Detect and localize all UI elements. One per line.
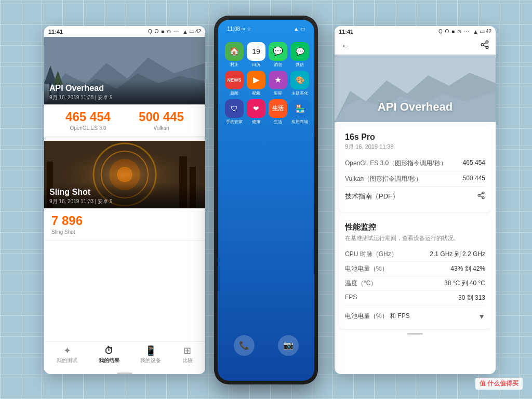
- share-button[interactable]: [480, 40, 489, 51]
- device-name: 16s Pro: [345, 132, 485, 142]
- scene: 11:41 Q O ■ ⊙ ··· ▲ ▭ 42: [0, 0, 532, 399]
- vulkan-value: 500 445: [139, 110, 184, 124]
- app-news-icon: NEWS: [225, 71, 244, 89]
- app-star: ★ 追星: [269, 71, 287, 96]
- center-time: 11:08 ∞ ☆: [227, 26, 251, 32]
- svg-line-30: [480, 193, 483, 195]
- app-store: 🏪 应用商城: [290, 99, 309, 125]
- device-detail-card: 16s Pro 9月 16, 2019 11:38 OpenGL ES 3.0（…: [339, 126, 491, 212]
- cpu-row: CPU 时脉（GHz） 2.1 GHz 到 2.2 GHz: [345, 247, 485, 262]
- pdf-share-svg: [477, 191, 485, 200]
- pdf-label: 技术指南（PDF）: [345, 192, 399, 201]
- battery-val: 43% 到 42%: [450, 264, 485, 273]
- opengl-detail-row: OpenGL ES 3.0（图形指令调用/秒） 465 454: [345, 156, 485, 171]
- fps-val: 30 到 313: [458, 294, 485, 302]
- device-date: 9月 16, 2019 11:38: [345, 143, 485, 151]
- vulkan-score: 500 445 Vulkan: [139, 110, 184, 131]
- app-calendar-label: 日历: [247, 62, 265, 68]
- right-hero-title: API Overhead: [335, 100, 496, 114]
- vulkan-label: Vulkan: [139, 125, 184, 131]
- left-content: API Overhead 9月 16, 2019 11:38 | 安卓 9 46…: [44, 37, 205, 341]
- fps-key: FPS: [345, 294, 357, 302]
- dock-phone: 📞: [234, 335, 255, 356]
- home-indicator: [117, 373, 132, 374]
- app-message-label: 消息: [269, 62, 287, 68]
- monitor-title: 性能监控: [345, 222, 485, 232]
- sling-shot-score: 7 896 Sling Shot: [51, 214, 198, 235]
- svg-line-21: [483, 43, 486, 44]
- sling-shot-overlay: Sling Shot 9月 16, 2019 11:33 | 安卓 9: [44, 183, 205, 208]
- section-divider: [44, 137, 205, 141]
- nav-compare-icon: ⊞: [183, 346, 191, 355]
- cpu-key: CPU 时脉（GHz）: [345, 250, 397, 259]
- svg-point-26: [482, 192, 484, 194]
- api-overhead-hero: API Overhead 9月 16, 2019 11:38 | 安卓 9: [44, 37, 205, 104]
- svg-point-19: [486, 46, 488, 49]
- sling-shot-hero: Sling Shot 9月 16, 2019 11:33 | 安卓 9: [44, 141, 205, 208]
- left-battery-icon: ▭: [189, 28, 194, 35]
- center-status-bar: 11:08 ∞ ☆ ▲ ▭: [222, 24, 310, 34]
- left-battery-num: 42: [195, 29, 201, 34]
- battery-key: 电池电量（%）: [345, 264, 388, 273]
- api-overhead-date: 9月 16, 2019 11:38 | 安卓 9: [49, 94, 200, 101]
- nav-tests-icon: ✦: [63, 346, 71, 355]
- vulkan-detail-label: Vulkan（图形指令调用/秒）: [345, 175, 463, 183]
- pdf-share-icon[interactable]: [477, 191, 485, 202]
- temp-key: 温度（°C）: [345, 279, 377, 288]
- right-phone: 11:41 Q O ■ ⊙ ··· ▲ ▭ 42 ←: [335, 26, 496, 374]
- app-life-icon: 生活: [269, 99, 287, 118]
- app-star-label: 追星: [269, 90, 287, 96]
- center-phone: 11:08 ∞ ☆ ▲ ▭ 🏠 村庄 19 日历 💬: [214, 16, 318, 384]
- app-video-label: 视频: [247, 90, 265, 96]
- nav-my-devices[interactable]: 📱 我的设备: [140, 346, 161, 364]
- opengl-score: 465 454 OpenGL ES 3.0: [65, 110, 111, 131]
- api-overhead-header: API Overhead: [378, 100, 453, 113]
- back-button[interactable]: ←: [341, 41, 350, 51]
- svg-line-29: [480, 196, 483, 197]
- right-notif-icons: Q O ■ ⊙ ···: [438, 29, 470, 34]
- watermark-text: 值 什么值得买: [480, 380, 518, 387]
- left-status-icons: Q O ■ ⊙ ··· ▲ ▭ 42: [148, 28, 201, 35]
- nav-devices-label: 我的设备: [140, 357, 161, 364]
- app-village-label: 村庄: [225, 62, 244, 68]
- app-message-icon: 💬: [269, 42, 287, 61]
- app-village-icon: 🏠: [225, 42, 244, 61]
- right-status-bar: 11:41 Q O ■ ⊙ ··· ▲ ▭ 42: [335, 26, 496, 37]
- bottom-nav: ✦ 我的测试 ⏱ 我的结果 📱 我的设备 ⊞ 比较: [44, 341, 205, 370]
- temp-val: 38 °C 到 40 °C: [444, 279, 485, 288]
- left-time: 11:41: [48, 29, 63, 35]
- vulkan-detail-row: Vulkan（图形指令调用/秒） 500 445: [345, 171, 485, 187]
- app-manager-label: 手机管家: [225, 119, 244, 125]
- dock: 📞 📷: [218, 331, 314, 360]
- opengl-detail-value: 465 454: [463, 159, 485, 166]
- right-scrollable-content[interactable]: 16s Pro 9月 16, 2019 11:38 OpenGL ES 3.0（…: [335, 122, 496, 374]
- api-overhead-title: API Overhead: [49, 84, 200, 93]
- chart-dropdown[interactable]: 电池电量（%） 和 FPS ▼: [345, 308, 485, 323]
- opengl-detail-label: OpenGL ES 3.0（图形指令调用/秒）: [345, 159, 463, 168]
- center-screen-inner: 11:08 ∞ ☆ ▲ ▭ 🏠 村庄 19 日历 💬: [218, 20, 314, 381]
- temp-row: 温度（°C） 38 °C 到 40 °C: [345, 276, 485, 291]
- dropdown-label: 电池电量（%） 和 FPS: [345, 312, 410, 321]
- nav-my-results[interactable]: ⏱ 我的结果: [99, 346, 119, 364]
- app-store-label: 应用商城: [290, 119, 309, 125]
- app-health-icon: ❤: [247, 99, 265, 118]
- nav-compare[interactable]: ⊞ 比较: [182, 346, 193, 364]
- app-life-label: 生活: [269, 119, 287, 125]
- app-manager-icon: 🛡: [225, 99, 244, 118]
- app-life: 生活 生活: [269, 99, 287, 125]
- svg-point-27: [478, 194, 480, 196]
- left-status-bar: 11:41 Q O ■ ⊙ ··· ▲ ▭ 42: [44, 26, 205, 37]
- opengl-value: 465 454: [65, 110, 111, 124]
- pdf-row: 技术指南（PDF）: [345, 187, 485, 206]
- center-icons: ▲ ▭: [294, 26, 305, 32]
- nav-my-tests[interactable]: ✦ 我的测试: [57, 346, 77, 364]
- api-overhead-scores: 465 454 OpenGL ES 3.0 500 445 Vulkan: [44, 104, 205, 137]
- nav-tests-label: 我的测试: [57, 357, 77, 364]
- right-battery-num: 42: [486, 29, 491, 34]
- vulkan-detail-value: 500 445: [463, 175, 485, 182]
- monitor-subtitle: 在基准测试运行期间，查看设备运行的状况。: [345, 234, 485, 242]
- left-phone: 11:41 Q O ■ ⊙ ··· ▲ ▭ 42: [44, 26, 205, 374]
- right-hero: API Overhead: [335, 55, 496, 122]
- app-manager: 🛡 手机管家: [225, 99, 244, 125]
- left-wifi-icon: ▲: [182, 29, 188, 35]
